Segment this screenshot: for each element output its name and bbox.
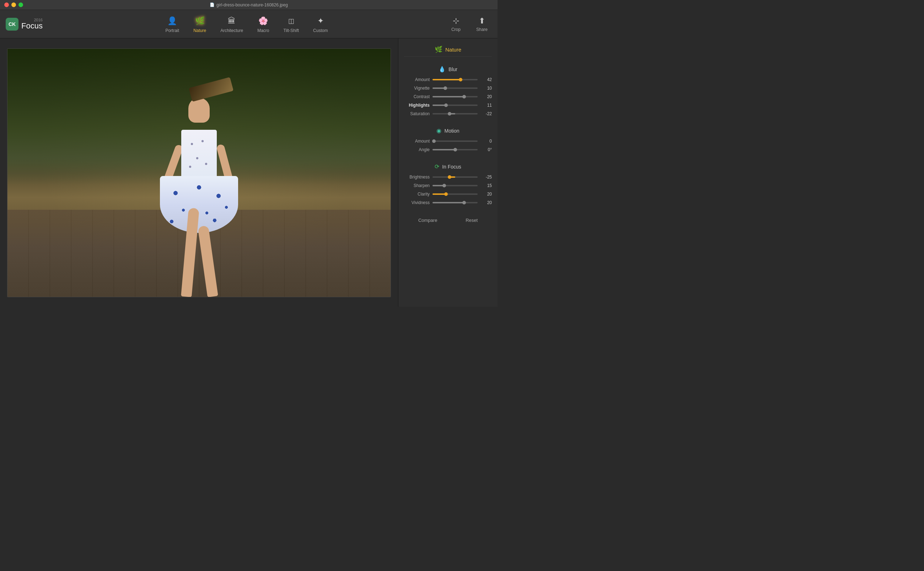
legs bbox=[181, 198, 217, 297]
minimize-button[interactable] bbox=[11, 3, 16, 7]
saturation-value: -22 bbox=[480, 111, 492, 116]
slider-highlights: Highlights 11 bbox=[404, 101, 492, 110]
hair bbox=[189, 77, 234, 102]
main-area: 🌿 Nature 💧 Blur Amount 42 Vignette bbox=[0, 39, 497, 307]
vividness-value: 20 bbox=[480, 200, 492, 205]
macro-label: Macro bbox=[257, 28, 269, 33]
architecture-label: Architecture bbox=[220, 28, 243, 33]
highlights-track[interactable] bbox=[433, 105, 477, 106]
clarity-label: Clarity bbox=[404, 191, 430, 197]
angle-label: Angle bbox=[404, 147, 430, 152]
nature-label: Nature bbox=[193, 28, 206, 33]
toolbar-right: ⊹ Crop ⬆ Share bbox=[447, 14, 492, 35]
motion-section: ◉ Motion Amount 0 Angle 0° bbox=[404, 124, 492, 154]
amount-value: 42 bbox=[480, 77, 492, 82]
vividness-fill bbox=[433, 202, 464, 204]
titlebar: 📄 girl-dress-bounce-nature-160826.jpeg bbox=[0, 0, 497, 10]
angle-track[interactable] bbox=[433, 149, 477, 150]
vignette-label: Vignette bbox=[404, 86, 430, 91]
toolbar-tools: 👤 Portrait 🌿 Nature 🏛 Architecture 🌸 Mac… bbox=[53, 12, 440, 36]
sharpen-value: 15 bbox=[480, 183, 492, 188]
blur-section: 💧 Blur Amount 42 Vignette 10 bbox=[404, 62, 492, 118]
share-button[interactable]: ⬆ Share bbox=[472, 14, 492, 35]
crop-icon: ⊹ bbox=[453, 16, 459, 26]
motion-label: Motion bbox=[444, 128, 459, 134]
contrast-value: 20 bbox=[480, 94, 492, 99]
window-title: 📄 girl-dress-bounce-nature-160826.jpeg bbox=[210, 3, 288, 8]
contrast-label: Contrast bbox=[404, 94, 430, 99]
window-controls[interactable] bbox=[4, 3, 23, 7]
figure bbox=[142, 55, 256, 297]
clarity-thumb[interactable] bbox=[444, 192, 448, 196]
toolbar: CK 2016 Focus 👤 Portrait 🌿 Nature 🏛 Arch… bbox=[0, 10, 497, 39]
sharpen-thumb[interactable] bbox=[442, 184, 446, 187]
vignette-thumb[interactable] bbox=[444, 86, 447, 90]
focus-icon: ⟳ bbox=[435, 163, 439, 170]
slider-vignette: Vignette 10 bbox=[404, 84, 492, 93]
app-logo: CK 2016 Focus bbox=[6, 18, 43, 31]
architecture-icon: 🏛 bbox=[226, 15, 237, 27]
highlights-thumb[interactable] bbox=[444, 103, 448, 107]
brightness-track[interactable] bbox=[433, 176, 477, 178]
logo-name: Focus bbox=[21, 22, 43, 30]
saturation-track[interactable] bbox=[433, 113, 477, 114]
contrast-fill bbox=[433, 96, 464, 97]
filename: girl-dress-bounce-nature-160826.jpeg bbox=[216, 3, 288, 8]
amount-label: Amount bbox=[404, 77, 430, 82]
motion-amount-track[interactable] bbox=[433, 140, 477, 142]
maximize-button[interactable] bbox=[18, 3, 23, 7]
panel-actions: Compare Reset bbox=[404, 213, 492, 227]
slider-sharpen: Sharpen 15 bbox=[404, 181, 492, 190]
vignette-value: 10 bbox=[480, 86, 492, 91]
motion-amount-label: Amount bbox=[404, 139, 430, 144]
slider-clarity: Clarity 20 bbox=[404, 190, 492, 198]
infocus-header: ⟳ In Focus bbox=[404, 160, 492, 173]
tool-tilt-shift[interactable]: ◫ Tilt-Shift bbox=[277, 12, 306, 36]
tool-nature[interactable]: 🌿 Nature bbox=[186, 12, 213, 36]
compare-button[interactable]: Compare bbox=[411, 216, 444, 225]
amount-thumb[interactable] bbox=[459, 78, 462, 82]
brightness-value: -25 bbox=[480, 174, 492, 179]
reset-button[interactable]: Reset bbox=[459, 216, 485, 225]
vividness-label: Vividness bbox=[404, 200, 430, 205]
clarity-track[interactable] bbox=[433, 193, 477, 195]
tool-custom[interactable]: ✦ Custom bbox=[306, 12, 335, 36]
vividness-track[interactable] bbox=[433, 202, 477, 204]
motion-amount-thumb[interactable] bbox=[432, 139, 436, 143]
vividness-thumb[interactable] bbox=[462, 201, 466, 204]
tool-architecture[interactable]: 🏛 Architecture bbox=[213, 12, 250, 36]
saturation-label: Saturation bbox=[404, 111, 430, 116]
highlights-label: Highlights bbox=[404, 103, 430, 108]
tool-portrait[interactable]: 👤 Portrait bbox=[158, 12, 186, 36]
amount-track[interactable] bbox=[433, 79, 477, 80]
brightness-thumb[interactable] bbox=[448, 175, 451, 179]
crop-button[interactable]: ⊹ Crop bbox=[447, 14, 465, 35]
angle-thumb[interactable] bbox=[453, 148, 457, 151]
slider-motion-amount: Amount 0 bbox=[404, 137, 492, 145]
portrait-label: Portrait bbox=[165, 28, 179, 33]
head bbox=[188, 98, 210, 123]
slider-angle: Angle 0° bbox=[404, 145, 492, 154]
tool-macro[interactable]: 🌸 Macro bbox=[250, 12, 276, 36]
leg-left bbox=[181, 208, 199, 297]
angle-value: 0° bbox=[480, 147, 492, 152]
blur-label: Blur bbox=[448, 66, 457, 72]
tiltshift-icon: ◫ bbox=[285, 15, 297, 27]
blur-header: 💧 Blur bbox=[404, 62, 492, 76]
angle-fill bbox=[433, 149, 455, 150]
vignette-track[interactable] bbox=[433, 88, 477, 89]
clarity-value: 20 bbox=[480, 191, 492, 197]
file-icon: 📄 bbox=[210, 3, 215, 7]
contrast-thumb[interactable] bbox=[462, 95, 466, 99]
close-button[interactable] bbox=[4, 3, 9, 7]
macro-icon: 🌸 bbox=[258, 15, 269, 27]
sharpen-track[interactable] bbox=[433, 185, 477, 186]
motion-header: ◉ Motion bbox=[404, 124, 492, 137]
share-icon: ⬆ bbox=[479, 16, 485, 26]
highlights-value: 11 bbox=[480, 103, 492, 108]
motion-amount-value: 0 bbox=[480, 139, 492, 144]
contrast-track[interactable] bbox=[433, 96, 477, 97]
saturation-thumb[interactable] bbox=[448, 112, 451, 116]
share-label: Share bbox=[476, 27, 488, 32]
custom-label: Custom bbox=[313, 28, 328, 33]
